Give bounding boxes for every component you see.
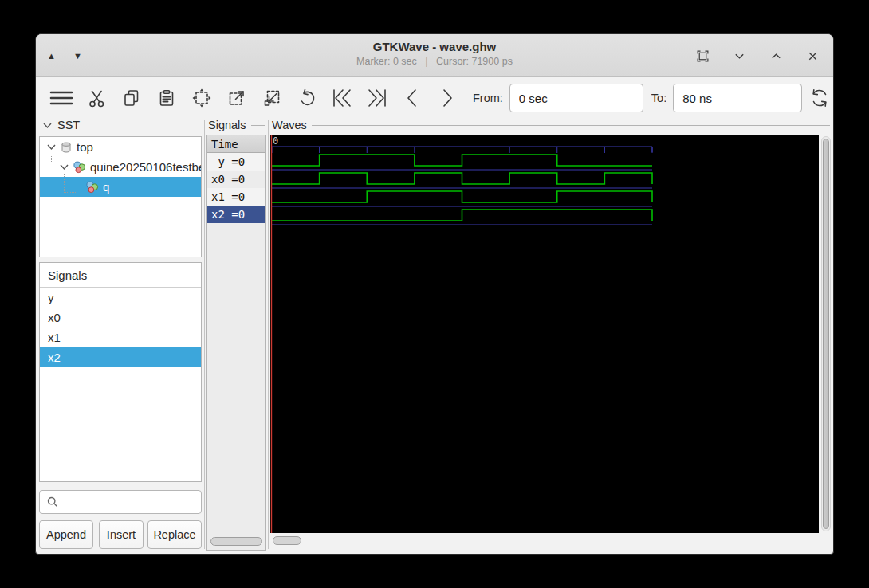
waves-vscrollbar-thumb[interactable] <box>823 139 829 529</box>
signal-name-row-x1[interactable]: x1 =0 <box>207 188 265 206</box>
database-icon <box>60 141 73 154</box>
waves-frame-label: Waves <box>272 119 830 131</box>
toolbar: From: To: <box>36 78 833 118</box>
menu-button[interactable] <box>44 83 79 113</box>
tree-item-label: q <box>103 180 109 194</box>
wave-canvas[interactable]: 0 <box>270 135 819 533</box>
close-icon[interactable] <box>804 48 820 64</box>
signal-list-item-x0[interactable]: x0 <box>40 308 201 327</box>
signals-panel-caption: Signals <box>40 263 201 288</box>
copy-button[interactable] <box>114 83 149 113</box>
insert-button[interactable]: Insert <box>99 520 144 549</box>
to-label: To: <box>651 92 666 104</box>
paste-button[interactable] <box>149 83 184 113</box>
shade-down-button[interactable]: ▼ <box>73 52 82 61</box>
zoom-fit-button[interactable] <box>184 83 219 113</box>
time-header-button[interactable]: Time <box>207 135 265 153</box>
zoom-out-icon <box>261 88 282 108</box>
append-button[interactable]: Append <box>39 520 93 549</box>
names-frame-label: Signals <box>208 119 265 131</box>
cursor-status: Cursor: 71900 ps <box>436 56 513 67</box>
sst-tree-item-top[interactable]: top <box>40 137 201 157</box>
shift-left-button[interactable] <box>395 83 430 113</box>
scissors-icon <box>88 88 106 108</box>
zoom-undo-button[interactable] <box>289 83 324 113</box>
search-icon <box>46 496 59 508</box>
module-icon <box>85 181 99 194</box>
sst-tree-item-q[interactable]: q <box>40 177 201 197</box>
signal-list-item-x2[interactable]: x2 <box>40 347 201 367</box>
from-input[interactable] <box>509 84 643 112</box>
find-next-edge-button[interactable] <box>360 83 395 113</box>
maximize-icon[interactable] <box>768 48 784 64</box>
desktop: ▲ ▼ GTKWave - wave.ghw Marker: 0 sec | C… <box>0 0 869 588</box>
sst-frame-label[interactable]: SST <box>42 119 202 131</box>
signal-search-panel: Signals yx0x1x2 <box>39 262 202 482</box>
signal-list: yx0x1x2 <box>40 288 201 367</box>
skip-forward-icon <box>366 88 388 108</box>
reload-button[interactable] <box>802 83 834 113</box>
signal-list-item-y[interactable]: y <box>40 288 201 308</box>
tree-item-label: quine20250106testbench <box>90 160 201 174</box>
chevron-left-icon <box>403 88 421 108</box>
module-icon <box>73 161 86 174</box>
zoom-fit-icon <box>191 88 212 108</box>
replace-button[interactable]: Replace <box>147 520 202 549</box>
signal-name-row-x2[interactable]: x2 =0 <box>207 206 265 223</box>
undo-icon <box>297 88 317 108</box>
signal-name-row-x0[interactable]: x0 =0 <box>207 171 265 188</box>
zoom-in-button[interactable] <box>219 83 254 113</box>
chevron-right-icon <box>438 88 456 108</box>
expander-chevron-icon[interactable] <box>59 162 69 172</box>
sst-tree: topquine20250106testbenchq <box>39 136 202 257</box>
copy-icon <box>122 88 141 108</box>
waves-hscrollbar[interactable] <box>270 536 819 546</box>
zoom-in-icon <box>226 88 247 108</box>
hamburger-icon <box>49 88 74 108</box>
names-column: Time y =0x0 =0x1 =0x2 =0 <box>206 135 266 551</box>
to-input[interactable] <box>673 84 802 112</box>
cut-button[interactable] <box>79 83 114 113</box>
status-separator: | <box>425 56 427 67</box>
chevron-down-icon <box>42 120 53 131</box>
signal-search-input[interactable] <box>39 490 202 514</box>
marker-status: Marker: 0 sec <box>356 56 417 67</box>
shift-right-button[interactable] <box>430 83 465 113</box>
expander-chevron-icon[interactable] <box>46 142 57 152</box>
timescale-label: 0 <box>273 135 278 147</box>
signal-list-item-x1[interactable]: x1 <box>40 327 201 347</box>
reload-icon <box>808 87 831 109</box>
splitter-right[interactable] <box>268 120 269 549</box>
zoom-out-button[interactable] <box>254 83 289 113</box>
splitter-left[interactable] <box>204 120 205 549</box>
waveform-traces <box>270 135 819 533</box>
minimize-icon[interactable] <box>731 48 747 64</box>
gtkwave-window: ▲ ▼ GTKWave - wave.ghw Marker: 0 sec | C… <box>35 33 834 555</box>
names-hscrollbar[interactable] <box>210 537 262 546</box>
titlebar[interactable]: ▲ ▼ GTKWave - wave.ghw Marker: 0 sec | C… <box>36 34 833 77</box>
waves-hscrollbar-thumb[interactable] <box>273 536 301 545</box>
sst-tree-item-quine20250106testbench[interactable]: quine20250106testbench <box>40 157 201 177</box>
shade-up-button[interactable]: ▲ <box>47 52 56 61</box>
from-label: From: <box>473 92 503 104</box>
signal-name-row-y[interactable]: y =0 <box>207 153 265 171</box>
tree-item-label: top <box>77 140 93 154</box>
clipboard-icon <box>157 88 176 108</box>
find-prev-edge-button[interactable] <box>324 83 360 113</box>
keep-above-icon[interactable] <box>694 48 710 64</box>
waves-vscrollbar[interactable] <box>821 136 831 531</box>
skip-backward-icon <box>331 88 353 108</box>
